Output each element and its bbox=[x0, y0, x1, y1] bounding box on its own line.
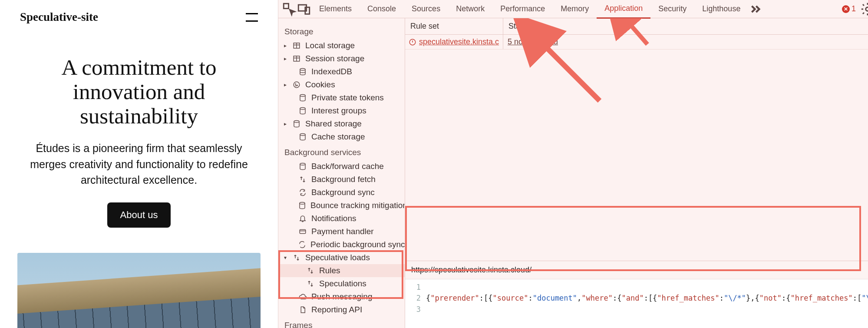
website-pane: Speculative-site A commitment to innovat… bbox=[0, 0, 278, 328]
svg-rect-0 bbox=[284, 3, 288, 8]
sidebar-item-notifications[interactable]: Notifications bbox=[278, 212, 405, 225]
svg-point-18 bbox=[300, 163, 305, 166]
sidebar-item-payment[interactable]: Payment handler bbox=[278, 225, 405, 238]
database-icon bbox=[292, 119, 301, 128]
file-icon bbox=[298, 305, 307, 314]
page-heading: A commitment to innovation and sustainab… bbox=[20, 55, 258, 128]
settings-icon[interactable] bbox=[860, 2, 868, 17]
rule-code-area[interactable]: 1 2 3 {"prerender":[{"source":"document"… bbox=[405, 279, 868, 328]
more-tabs-icon[interactable] bbox=[748, 2, 763, 17]
sidebar-item-bounce[interactable]: Bounce tracking mitigations bbox=[278, 199, 405, 212]
svg-point-10 bbox=[294, 82, 300, 88]
inspect-icon[interactable] bbox=[282, 2, 297, 17]
about-button[interactable]: About us bbox=[107, 202, 171, 228]
tab-memory[interactable]: Memory bbox=[553, 0, 597, 18]
rule-row[interactable]: speculativesite.kinsta.c 5 not triggered bbox=[405, 35, 868, 50]
devtools-pane: Elements Console Sources Network Perform… bbox=[278, 0, 868, 328]
column-header-ruleset[interactable]: Rule set bbox=[405, 18, 503, 34]
page-subheading: Études is a pioneering firm that seamles… bbox=[24, 140, 254, 188]
error-number: 1 bbox=[851, 4, 856, 13]
svg-point-16 bbox=[294, 121, 299, 123]
sidebar-item-pst[interactable]: Private state tokens bbox=[278, 91, 405, 104]
rule-status[interactable]: 5 not triggered bbox=[503, 35, 868, 49]
card-icon bbox=[298, 227, 307, 236]
svg-point-9 bbox=[300, 69, 305, 71]
sidebar-item-bgsync[interactable]: Background sync bbox=[278, 186, 405, 199]
tab-security[interactable]: Security bbox=[650, 0, 694, 18]
tab-network[interactable]: Network bbox=[448, 0, 492, 18]
svg-point-3 bbox=[866, 7, 868, 11]
warning-icon bbox=[409, 38, 416, 46]
site-title[interactable]: Speculative-site bbox=[20, 10, 98, 24]
sidebar-item-speculative-loads[interactable]: ▾Speculative loads bbox=[278, 251, 405, 264]
database-icon bbox=[298, 201, 306, 210]
svg-point-11 bbox=[295, 84, 296, 85]
rule-detail-pane: https://speculativesite.kinsta.cloud/ 1 … bbox=[405, 261, 868, 328]
rule-detail-url[interactable]: https://speculativesite.kinsta.cloud/ bbox=[405, 261, 868, 279]
application-sidebar[interactable]: Storage ▸Local storage ▸Session storage … bbox=[278, 18, 405, 328]
database-icon bbox=[298, 133, 307, 141]
fetch-icon bbox=[306, 279, 315, 288]
sidebar-section-background: Background services bbox=[278, 143, 405, 160]
column-header-status[interactable]: Status bbox=[503, 18, 868, 34]
svg-point-15 bbox=[300, 108, 305, 110]
cookie-icon bbox=[292, 80, 301, 89]
sync-icon bbox=[298, 188, 307, 197]
sidebar-item-bgfetch[interactable]: Background fetch bbox=[278, 173, 405, 186]
svg-point-13 bbox=[296, 86, 297, 86]
sidebar-item-indexeddb[interactable]: IndexedDB bbox=[278, 65, 405, 78]
database-icon bbox=[298, 93, 307, 102]
svg-point-14 bbox=[300, 95, 305, 97]
error-count[interactable]: ✕ 1 bbox=[842, 4, 856, 13]
tab-lighthouse[interactable]: Lighthouse bbox=[694, 0, 748, 18]
database-icon bbox=[298, 67, 307, 76]
tab-sources[interactable]: Sources bbox=[404, 0, 448, 18]
device-toggle-icon[interactable] bbox=[297, 2, 311, 17]
tab-performance[interactable]: Performance bbox=[492, 0, 553, 18]
database-icon bbox=[298, 162, 307, 171]
sidebar-item-pbs[interactable]: Periodic background sync bbox=[278, 238, 405, 251]
hero-image bbox=[17, 253, 261, 328]
fetch-icon bbox=[298, 175, 307, 184]
sidebar-item-local-storage[interactable]: ▸Local storage bbox=[278, 39, 405, 52]
tab-elements[interactable]: Elements bbox=[311, 0, 360, 18]
table-icon bbox=[292, 41, 301, 50]
sidebar-item-rules[interactable]: Rules bbox=[278, 264, 405, 277]
tab-application[interactable]: Application bbox=[597, 0, 650, 19]
sidebar-item-session-storage[interactable]: ▸Session storage bbox=[278, 52, 405, 65]
cloud-icon bbox=[298, 292, 307, 301]
sidebar-item-push[interactable]: Push messaging bbox=[278, 290, 405, 303]
devtools-tab-bar: Elements Console Sources Network Perform… bbox=[278, 0, 868, 18]
rules-main-panel: Rule set Status speculativesite.kinsta.c… bbox=[405, 18, 868, 328]
line-number: 3 bbox=[407, 304, 421, 315]
sidebar-item-cache-storage[interactable]: Cache storage bbox=[278, 130, 405, 143]
rule-cell: speculativesite.kinsta.c bbox=[405, 35, 503, 49]
sidebar-item-bfcache[interactable]: Back/forward cache bbox=[278, 160, 405, 173]
sidebar-item-speculations[interactable]: Speculations bbox=[278, 277, 405, 290]
sync-icon bbox=[298, 240, 306, 249]
line-number: 2 bbox=[407, 293, 421, 304]
sidebar-section-storage: Storage bbox=[278, 23, 405, 39]
table-icon bbox=[292, 54, 301, 63]
sidebar-item-interest-groups[interactable]: Interest groups bbox=[278, 104, 405, 117]
sidebar-item-cookies[interactable]: ▸Cookies bbox=[278, 78, 405, 91]
sidebar-item-shared-storage[interactable]: ▸Shared storage bbox=[278, 117, 405, 130]
error-icon: ✕ bbox=[842, 5, 850, 13]
code-line: {"prerender":[{"source":"document","wher… bbox=[426, 293, 868, 304]
sidebar-section-frames: Frames bbox=[278, 316, 405, 328]
rule-set-name: speculativesite.kinsta.c bbox=[419, 37, 499, 46]
menu-icon[interactable] bbox=[246, 13, 258, 22]
sidebar-item-reporting[interactable]: Reporting API bbox=[278, 303, 405, 316]
bell-icon bbox=[298, 214, 307, 223]
fetch-icon bbox=[306, 266, 315, 275]
svg-point-17 bbox=[300, 134, 305, 136]
line-number: 1 bbox=[407, 282, 421, 293]
svg-point-19 bbox=[300, 202, 305, 205]
database-icon bbox=[298, 106, 307, 115]
svg-rect-20 bbox=[300, 230, 306, 234]
fetch-icon bbox=[292, 253, 301, 262]
tab-console[interactable]: Console bbox=[360, 0, 404, 18]
svg-point-12 bbox=[297, 85, 298, 86]
